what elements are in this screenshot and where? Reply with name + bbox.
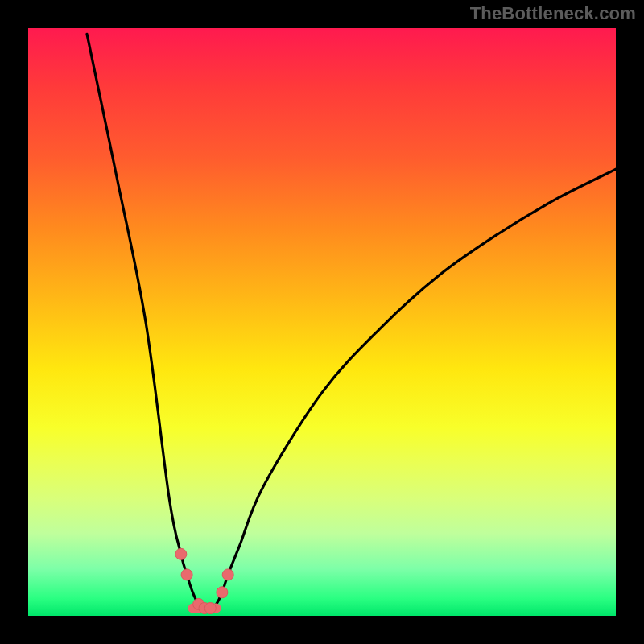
curve-marker	[222, 569, 233, 580]
bottleneck-chart	[28, 28, 616, 616]
watermark-text: TheBottleneck.com	[470, 3, 636, 24]
chart-frame: TheBottleneck.com	[0, 0, 644, 644]
plot-area	[28, 28, 616, 616]
curve-marker	[175, 548, 187, 559]
curve-marker	[181, 569, 192, 580]
curve-marker	[204, 603, 216, 614]
bottleneck-curve-path	[87, 34, 616, 609]
curve-marker	[217, 587, 228, 598]
